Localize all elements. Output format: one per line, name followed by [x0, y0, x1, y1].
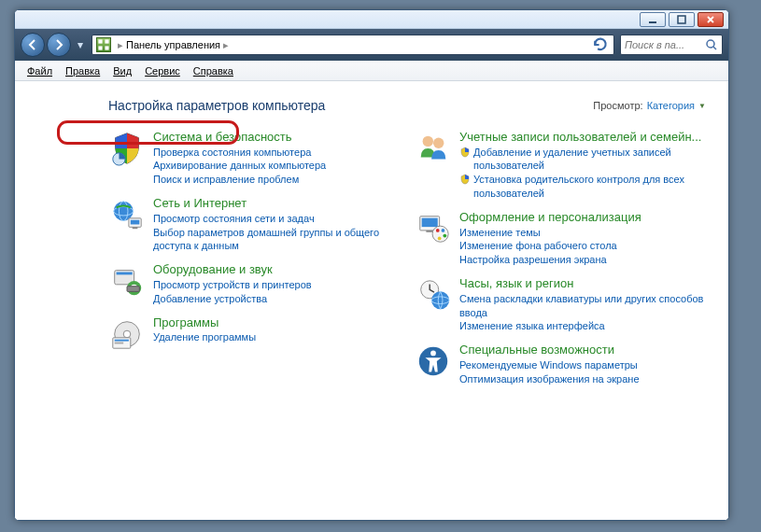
user-accounts-icon — [415, 130, 452, 167]
svg-rect-23 — [115, 342, 124, 343]
category-user-accounts: Учетные записи пользователей и семейн...… — [415, 130, 706, 201]
sublink-uninstall[interactable]: Удаление программы — [153, 330, 256, 344]
back-button[interactable] — [21, 33, 45, 57]
category-ease-of-access: Специальные возможности Рекомендуемые Wi… — [415, 343, 706, 385]
system-security-icon — [108, 130, 146, 167]
appearance-icon — [415, 210, 452, 247]
menubar: Файл Правка Вид Сервис Справка — [15, 61, 728, 81]
page-title: Настройка параметров компьютера — [108, 98, 325, 113]
svg-rect-4 — [98, 46, 102, 49]
search-input[interactable] — [625, 39, 698, 50]
breadcrumb-sep: ▸ — [118, 39, 123, 51]
left-column: Система и безопасность Проверка состояни… — [108, 130, 400, 386]
svg-point-35 — [431, 291, 449, 309]
sublink-keyboard-layout[interactable]: Смена раскладки клавиатуры или других сп… — [459, 292, 706, 320]
clock-language-icon — [415, 276, 452, 314]
navbar: ▾ ▸ Панель управления ▸ — [15, 29, 728, 61]
minimize-button[interactable] — [640, 12, 666, 27]
content-area: Настройка параметров компьютера Просмотр… — [15, 81, 728, 520]
sublink-network-status[interactable]: Просмотр состояния сети и задач — [153, 212, 400, 226]
shield-icon — [459, 147, 471, 158]
view-by: Просмотр: Категория ▼ — [593, 100, 706, 111]
category-link-hardware[interactable]: Оборудование и звук — [153, 262, 312, 277]
svg-point-20 — [123, 330, 131, 338]
right-column: Учетные записи пользователей и семейн...… — [415, 130, 706, 386]
category-link-system-security[interactable]: Система и безопасность — [153, 130, 326, 145]
sublink-add-device[interactable]: Добавление устройства — [153, 292, 312, 306]
category-link-ease-of-access[interactable]: Специальные возможности — [459, 343, 640, 357]
sublink-devices-printers[interactable]: Просмотр устройств и принтеров — [153, 278, 312, 292]
category-columns: Система и безопасность Проверка состояни… — [108, 130, 706, 386]
refresh-button[interactable] — [591, 35, 610, 54]
category-system-security: Система и безопасность Проверка состояни… — [108, 130, 400, 187]
svg-rect-5 — [105, 46, 108, 49]
address-bar[interactable]: ▸ Панель управления ▸ — [92, 35, 614, 55]
category-link-clock-language[interactable]: Часы, язык и регион — [459, 276, 706, 291]
view-by-label: Просмотр: — [593, 100, 642, 111]
network-icon — [108, 196, 146, 233]
category-appearance: Оформление и персонализация Изменение те… — [415, 210, 706, 267]
sublink-optimize-display[interactable]: Оптимизация изображения на экране — [459, 372, 640, 386]
category-clock-language: Часы, язык и регион Смена раскладки клав… — [415, 276, 706, 333]
svg-rect-18 — [127, 287, 139, 292]
category-link-network[interactable]: Сеть и Интернет — [153, 196, 400, 211]
svg-rect-12 — [131, 220, 140, 225]
sublink-screen-resolution[interactable]: Настройка разрешения экрана — [459, 253, 641, 267]
sublink-parental-controls[interactable]: Установка родительского контроля для все… — [459, 173, 706, 201]
control-panel-icon — [96, 37, 111, 52]
menu-view[interactable]: Вид — [106, 63, 138, 78]
svg-rect-13 — [133, 227, 138, 229]
svg-point-32 — [443, 234, 446, 238]
sublink-add-remove-accounts[interactable]: Добавление и удаление учетных записей по… — [459, 146, 706, 174]
category-programs: Программы Удаление программы — [108, 315, 400, 353]
svg-point-33 — [438, 237, 442, 241]
breadcrumb-root[interactable]: Панель управления — [126, 39, 220, 50]
svg-rect-2 — [98, 39, 102, 43]
svg-point-38 — [430, 351, 436, 357]
category-link-appearance[interactable]: Оформление и персонализация — [459, 210, 641, 225]
hardware-icon — [108, 262, 146, 300]
svg-point-31 — [442, 229, 445, 232]
chevron-down-icon[interactable]: ▼ — [698, 102, 706, 110]
svg-rect-0 — [649, 21, 656, 23]
menu-file[interactable]: Файл — [21, 63, 59, 78]
control-panel-window: ▾ ▸ Панель управления ▸ Файл Правка Вид … — [14, 9, 729, 521]
svg-point-30 — [436, 229, 440, 232]
svg-rect-15 — [117, 273, 133, 275]
view-by-value[interactable]: Категория — [647, 100, 695, 111]
menu-edit[interactable]: Правка — [59, 63, 106, 78]
sublink-change-theme[interactable]: Изменение темы — [459, 226, 641, 240]
menu-tools[interactable]: Сервис — [138, 63, 187, 78]
search-icon — [705, 38, 718, 51]
svg-rect-27 — [422, 218, 438, 228]
sublink-recommended-settings[interactable]: Рекомендуемые Windows параметры — [459, 358, 640, 372]
heading-row: Настройка параметров компьютера Просмотр… — [108, 98, 706, 113]
search-box[interactable] — [620, 35, 723, 55]
category-link-programs[interactable]: Программы — [153, 315, 256, 330]
breadcrumb-sep: ▸ — [223, 39, 229, 51]
svg-rect-1 — [678, 16, 685, 23]
sublink-change-background[interactable]: Изменение фона рабочего стола — [459, 239, 641, 253]
sublink-homegroup[interactable]: Выбор параметров домашней группы и общег… — [153, 226, 400, 254]
svg-point-24 — [423, 136, 433, 147]
sublink-check-status[interactable]: Проверка состояния компьютера — [153, 146, 326, 160]
ease-of-access-icon — [415, 343, 452, 380]
svg-point-25 — [433, 138, 444, 148]
svg-point-6 — [707, 40, 714, 48]
sublink-backup[interactable]: Архивирование данных компьютера — [153, 159, 326, 173]
shield-icon — [459, 174, 471, 185]
sublink-display-language[interactable]: Изменение языка интерфейса — [459, 319, 706, 333]
category-hardware: Оборудование и звук Просмотр устройств и… — [108, 262, 400, 305]
category-link-user-accounts[interactable]: Учетные записи пользователей и семейн... — [459, 130, 706, 145]
sublink-troubleshoot[interactable]: Поиск и исправление проблем — [153, 173, 326, 187]
maximize-button[interactable] — [669, 12, 695, 27]
menu-help[interactable]: Справка — [187, 63, 240, 78]
titlebar — [15, 10, 728, 29]
svg-rect-22 — [115, 339, 129, 341]
history-dropdown[interactable]: ▾ — [73, 33, 88, 57]
close-button[interactable] — [698, 12, 724, 27]
programs-icon — [108, 315, 146, 353]
forward-button[interactable] — [47, 33, 71, 57]
category-network: Сеть и Интернет Просмотр состояния сети … — [108, 196, 400, 253]
svg-rect-3 — [105, 39, 108, 43]
